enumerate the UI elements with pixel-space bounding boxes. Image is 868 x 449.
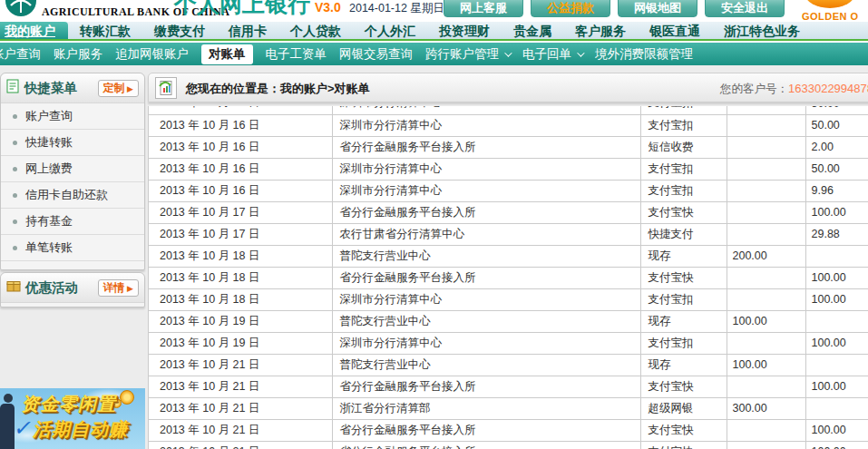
main-nav-tab-信用卡[interactable]: 信用卡 bbox=[229, 22, 267, 39]
cell-transaction-date: 2013 年 10 月 19 日 bbox=[149, 310, 332, 332]
table-row: 2013 年 10 月 21 日浙江省分行清算部超级网银300.00 bbox=[149, 397, 868, 419]
customer-number-value: 1633022994878 bbox=[788, 82, 868, 95]
cell-amount-out: 50.00 bbox=[805, 106, 868, 114]
main-nav-tab-贵金属[interactable]: 贵金属 bbox=[513, 22, 551, 39]
cell-amount-out bbox=[805, 397, 868, 419]
main-nav-tab-客户服务[interactable]: 客户服务 bbox=[575, 22, 626, 39]
cell-transaction-date: 2013 年 10 月 16 日 bbox=[149, 136, 332, 158]
cell-transaction-place: 普陀支行营业中心 bbox=[332, 354, 640, 376]
subnav-item-账户服务[interactable]: 账户服务 bbox=[54, 46, 102, 63]
cell-amount-in: 300.00 bbox=[727, 397, 805, 419]
sidebar-item-信用卡自助还款[interactable]: 信用卡自助还款 bbox=[1, 182, 144, 209]
arrow-right-icon: ▶ bbox=[125, 84, 133, 93]
main-nav-tab-我的账户[interactable]: 我的账户 bbox=[0, 22, 68, 39]
sidebar-item-快捷转账[interactable]: 快捷转账 bbox=[1, 130, 144, 156]
table-row: 2013 年 10 月 16 日深圳市分行清算中心支付宝扣50.00 bbox=[149, 106, 868, 114]
quick-menu-items: 账户查询快捷转账网上缴费信用卡自助还款持有基金单笔转账 bbox=[1, 103, 144, 261]
subnav-item-网银交易查询[interactable]: 网银交易查询 bbox=[339, 46, 413, 63]
cell-transaction-type: 现存 bbox=[640, 245, 727, 267]
banner-slogan-line1: 资金零闲置 bbox=[21, 392, 116, 416]
table-row: 2013 年 10 月 18 日省分行金融服务平台接入所支付宝快100.00 bbox=[149, 267, 868, 288]
main-nav-tab-浙江特色业务[interactable]: 浙江特色业务 bbox=[724, 22, 800, 39]
top-header: AGRICULTURAL BANK OF CHINA 个人网上银行V3.0 20… bbox=[0, 0, 868, 22]
header-button-安全退出[interactable]: 安全退出 bbox=[705, 0, 785, 17]
main-nav-tab-个人外汇[interactable]: 个人外汇 bbox=[365, 22, 415, 39]
main-nav-tab-缴费支付[interactable]: 缴费支付 bbox=[154, 22, 205, 39]
bullet-icon bbox=[13, 246, 17, 250]
promo-gift-icon bbox=[6, 279, 21, 296]
table-row: 2013 年 10 月 21 日省分行金融服务平台接入所支付宝快100.00 bbox=[149, 419, 868, 441]
main-nav-tab-个人贷款[interactable]: 个人贷款 bbox=[290, 22, 341, 39]
subnav-item-电子回单[interactable]: 电子回单 bbox=[522, 46, 582, 63]
subnav-item-电子工资单[interactable]: 电子工资单 bbox=[266, 46, 327, 63]
cell-amount-out: 2.00 bbox=[805, 136, 868, 158]
cell-transaction-place: 深圳市分行清算中心 bbox=[332, 158, 640, 180]
cell-transaction-date: 2013 年 10 月 18 日 bbox=[149, 267, 332, 288]
cell-amount-out: 100.00 bbox=[805, 267, 868, 288]
cell-transaction-date: 2013 年 10 月 21 日 bbox=[149, 419, 332, 441]
table-row: 2013 年 10 月 19 日深圳市分行清算中心支付宝扣100.00 bbox=[149, 332, 868, 354]
details-button[interactable]: 详情 ▶ bbox=[98, 279, 139, 297]
cell-transaction-place: 省分行金融服务平台接入所 bbox=[332, 201, 640, 223]
cell-transaction-place: 省分行金融服务平台接入所 bbox=[332, 267, 640, 288]
main-nav-tab-投资理财[interactable]: 投资理财 bbox=[439, 22, 490, 39]
cell-transaction-place: 农行甘肃省分行清算中心 bbox=[332, 223, 640, 245]
golden-bowl-icon bbox=[805, 0, 854, 8]
header-quick-buttons: 网上客服公益捐款网银地图安全退出 bbox=[444, 0, 785, 17]
promo-ad-banner[interactable]: 资金零闲置 ✓ 活期自动赚 bbox=[0, 388, 145, 449]
header-button-公益捐款[interactable]: 公益捐款 bbox=[531, 0, 610, 17]
table-row: 2013 年 10 月 18 日深圳市分行清算中心支付宝扣100.00 bbox=[149, 288, 868, 310]
cell-amount-in bbox=[727, 180, 805, 201]
cell-amount-in bbox=[727, 223, 805, 245]
cell-amount-in bbox=[727, 158, 805, 180]
chevron-down-icon bbox=[504, 49, 512, 56]
cell-amount-out: 9.96 bbox=[805, 180, 868, 201]
cell-transaction-type: 支付宝快 bbox=[640, 267, 727, 288]
sidebar-item-网上缴费[interactable]: 网上缴费 bbox=[1, 156, 144, 182]
main-nav-tab-银医直通[interactable]: 银医直通 bbox=[649, 22, 700, 39]
sidebar-item-账户查询[interactable]: 账户查询 bbox=[1, 103, 144, 130]
cell-transaction-type: 现存 bbox=[640, 354, 727, 376]
cell-transaction-type: 支付宝扣 bbox=[640, 158, 727, 180]
abc-bank-logo-icon[interactable] bbox=[5, 0, 37, 17]
cell-transaction-place: 深圳市分行清算中心 bbox=[332, 180, 640, 201]
header-button-网银地图[interactable]: 网银地图 bbox=[618, 0, 697, 17]
customer-number-label: 您的客户号： bbox=[720, 83, 788, 95]
cell-transaction-place: 省分行金融服务平台接入所 bbox=[332, 419, 640, 441]
cell-transaction-type: 支付宝快 bbox=[640, 419, 727, 441]
cell-transaction-place: 深圳市分行清算中心 bbox=[332, 288, 640, 310]
breadcrumb: 您现在的位置是：我的账户>对账单 bbox=[186, 81, 370, 97]
cell-amount-out bbox=[805, 310, 868, 332]
bullet-icon bbox=[13, 114, 17, 119]
statement-table: 2013 年 10 月 16 日深圳市分行清算中心支付宝扣50.002013 年… bbox=[149, 106, 868, 449]
header-date: 2014-01-12 星期日 bbox=[349, 1, 444, 16]
table-row: 2013 年 10 月 16 日省分行金融服务平台接入所短信收费2.00 bbox=[149, 136, 868, 158]
subnav-item-对账单[interactable]: 对账单 bbox=[201, 44, 253, 64]
cell-amount-out: 50.00 bbox=[805, 114, 868, 136]
subnav-item-账户查询[interactable]: 账户查询 bbox=[0, 46, 41, 63]
header-button-网上客服[interactable]: 网上客服 bbox=[444, 0, 523, 17]
table-row: 2013 年 10 月 18 日普陀支行营业中心现存200.00 bbox=[149, 245, 868, 267]
golden-logo-text: GOLDEN O bbox=[802, 11, 868, 22]
subnav-item-境外消费限额管理[interactable]: 境外消费限额管理 bbox=[595, 46, 693, 63]
cell-transaction-type: 短信收费 bbox=[640, 136, 727, 158]
cell-amount-in bbox=[727, 376, 805, 397]
cell-amount-in bbox=[727, 267, 805, 288]
statement-table-viewport[interactable]: 2013 年 10 月 16 日深圳市分行清算中心支付宝扣50.002013 年… bbox=[148, 106, 868, 449]
cell-transaction-date: 2013 年 10 月 21 日 bbox=[149, 397, 332, 419]
subnav-item-跨行账户管理[interactable]: 跨行账户管理 bbox=[425, 46, 510, 63]
subnav-item-追加网银账户[interactable]: 追加网银账户 bbox=[115, 46, 189, 63]
customize-button[interactable]: 定制 ▶ bbox=[98, 80, 139, 97]
cell-transaction-date: 2013 年 10 月 21 日 bbox=[149, 376, 332, 397]
cell-transaction-type: 现存 bbox=[640, 310, 727, 332]
cell-amount-out bbox=[805, 245, 868, 267]
cell-transaction-type: 支付宝扣 bbox=[640, 114, 727, 136]
sidebar-item-单笔转账[interactable]: 单笔转账 bbox=[1, 235, 144, 261]
sidebar-item-持有基金[interactable]: 持有基金 bbox=[1, 209, 144, 235]
main-nav-tab-转账汇款[interactable]: 转账汇款 bbox=[80, 22, 131, 39]
quick-menu-header: 快捷菜单 定制 ▶ bbox=[1, 73, 144, 103]
cell-amount-in bbox=[727, 136, 805, 158]
site-title: 个人网上银行V3.0 bbox=[174, 0, 341, 19]
content-area: 快捷菜单 定制 ▶ 账户查询快捷转账网上缴费信用卡自助还款持有基金单笔转账 优惠… bbox=[0, 65, 868, 449]
cell-amount-in bbox=[727, 441, 805, 449]
